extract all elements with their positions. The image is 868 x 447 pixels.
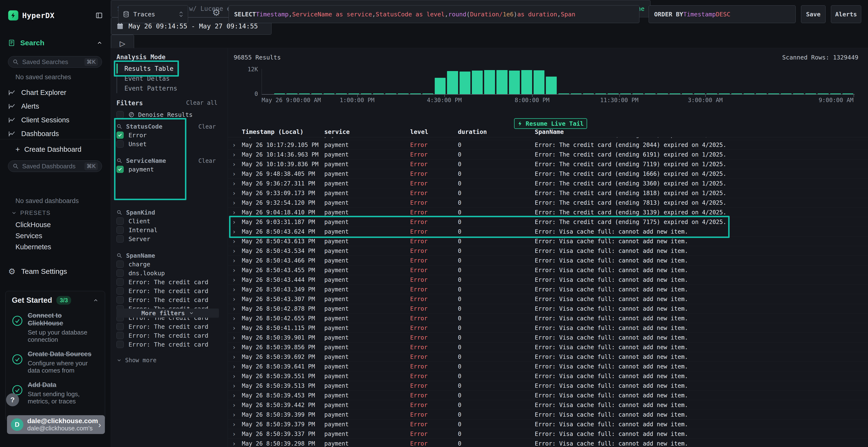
histogram-bar[interactable] (484, 70, 495, 94)
table-row[interactable]: › May 26 9:04:18.410 PM payment Error 0 … (228, 208, 868, 217)
filter-group-header[interactable]: SpanName (117, 251, 220, 260)
filter-option[interactable]: Internal (117, 226, 220, 234)
sidebar-item-search[interactable]: Search (0, 37, 111, 49)
column-header-duration[interactable]: duration (458, 128, 535, 135)
row-expand-chevron-icon[interactable]: › (228, 141, 242, 148)
histogram-bar[interactable] (657, 94, 668, 94)
histogram-bar[interactable] (286, 94, 297, 94)
saved-dashboards-input[interactable]: ⌘K (8, 161, 102, 172)
filter-option[interactable]: Client (117, 217, 220, 226)
presets-header[interactable]: PRESETS (0, 209, 111, 217)
preset-item[interactable]: ClickHouse (0, 219, 111, 230)
row-expand-chevron-icon[interactable]: › (228, 286, 242, 293)
show-more-button[interactable]: Show more (117, 357, 220, 364)
row-expand-chevron-icon[interactable]: › (228, 247, 242, 254)
analysis-mode-item[interactable]: Event Patterns (117, 83, 220, 93)
table-row[interactable]: › May 26 8:50:42.878 PM payment Error 0 … (228, 304, 868, 314)
get-started-item[interactable]: Add Data Start sending logs, metrics, or… (12, 381, 99, 405)
table-row[interactable]: › May 26 8:50:39.453 PM payment Error 0 … (228, 391, 868, 400)
row-expand-chevron-icon[interactable]: › (228, 276, 242, 283)
histogram-bar[interactable] (385, 94, 396, 94)
table-row[interactable]: › May 26 10:18:52.955 PM payment Error 0… (228, 137, 868, 140)
checkbox[interactable] (117, 332, 124, 339)
table-row[interactable]: › May 26 10:10:39.836 PM payment Error 0… (228, 160, 868, 169)
histogram-bar[interactable] (731, 94, 742, 94)
row-expand-chevron-icon[interactable]: › (228, 402, 242, 409)
table-row[interactable]: › May 26 8:50:39.551 PM payment Error 0 … (228, 371, 868, 381)
row-expand-chevron-icon[interactable]: › (228, 257, 242, 264)
checkbox[interactable] (117, 235, 124, 243)
histogram-bar[interactable] (571, 94, 582, 94)
table-row[interactable]: › May 26 8:50:39.337 PM payment Error 0 … (228, 429, 868, 439)
histogram-bar[interactable] (373, 94, 384, 94)
analysis-mode-item[interactable]: Results Table (117, 64, 179, 73)
checkbox[interactable] (117, 270, 124, 277)
row-expand-chevron-icon[interactable]: › (228, 218, 242, 226)
histogram-bar[interactable] (805, 94, 816, 94)
histogram-bar[interactable] (781, 94, 792, 94)
table-row[interactable]: › May 26 9:36:27.311 PM payment Error 0 … (228, 179, 868, 188)
table-row[interactable]: › May 26 8:50:43.455 PM payment Error 0 … (228, 265, 868, 275)
table-row[interactable]: › May 26 8:50:42.655 PM payment Error 0 … (228, 314, 868, 323)
more-filters-button[interactable]: More filters (117, 309, 219, 318)
histogram-bar[interactable] (595, 94, 606, 94)
filter-option[interactable]: payment (117, 165, 220, 174)
histogram-bar[interactable] (707, 94, 717, 94)
histogram-bar[interactable] (670, 94, 680, 94)
saved-searches-input[interactable]: ⌘K (8, 56, 102, 68)
checkbox[interactable] (117, 341, 124, 348)
histogram-bar[interactable] (645, 94, 656, 94)
preset-item[interactable]: Services (0, 230, 111, 241)
get-started-item[interactable]: Connect to ClickHouse Set up your databa… (12, 312, 99, 343)
checkbox[interactable] (117, 278, 124, 286)
table-row[interactable]: › May 26 8:50:43.613 PM payment Error 0 … (228, 237, 868, 246)
sidebar-nav-item[interactable]: Chart Explorer (0, 86, 111, 100)
histogram-bar[interactable] (472, 71, 483, 94)
row-expand-chevron-icon[interactable]: › (228, 440, 242, 447)
histogram-bar[interactable] (546, 77, 557, 94)
histogram-bar[interactable] (299, 94, 310, 94)
table-row[interactable]: › May 26 8:50:39.901 PM payment Error 0 … (228, 333, 868, 342)
checkbox[interactable] (117, 287, 124, 295)
table-row[interactable]: › May 26 8:50:43.444 PM payment Error 0 … (228, 275, 868, 285)
sidebar-nav-item[interactable]: Client Sessions (0, 113, 111, 127)
histogram-bar[interactable] (756, 94, 767, 94)
histogram-bar[interactable] (323, 94, 334, 94)
filter-option[interactable]: dns.lookup (117, 269, 220, 277)
histogram-bar[interactable] (336, 94, 347, 94)
row-expand-chevron-icon[interactable]: › (228, 137, 242, 139)
table-row[interactable]: › May 26 8:50:43.534 PM payment Error 0 … (228, 246, 868, 256)
table-row[interactable]: › May 26 9:48:38.405 PM payment Error 0 … (228, 169, 868, 179)
checkbox[interactable] (117, 217, 124, 225)
table-row[interactable]: › May 26 8:50:39.641 PM payment Error 0 … (228, 362, 868, 371)
checkbox[interactable] (117, 227, 124, 234)
row-expand-chevron-icon[interactable]: › (228, 296, 242, 303)
histogram-bar[interactable] (620, 94, 631, 94)
row-expand-chevron-icon[interactable]: › (228, 199, 242, 206)
resume-live-tail-button[interactable]: Resume Live Tail (514, 118, 587, 129)
row-expand-chevron-icon[interactable]: › (228, 238, 242, 245)
sidebar-collapse-icon[interactable] (95, 12, 103, 19)
row-expand-chevron-icon[interactable]: › (228, 353, 242, 360)
row-expand-chevron-icon[interactable]: › (228, 305, 242, 312)
row-expand-chevron-icon[interactable]: › (228, 373, 242, 380)
histogram-bar[interactable] (632, 94, 643, 94)
table-row[interactable]: › May 26 8:50:39.442 PM payment Error 0 … (228, 400, 868, 410)
row-expand-chevron-icon[interactable]: › (228, 334, 242, 341)
histogram-bar[interactable] (744, 94, 754, 94)
row-expand-chevron-icon[interactable]: › (228, 392, 242, 399)
clear-all-button[interactable]: Clear all (186, 100, 217, 106)
checkbox[interactable] (117, 296, 124, 304)
filter-group-header[interactable]: SpanKind (117, 208, 220, 216)
table-row[interactable]: › May 26 8:50:43.466 PM payment Error 0 … (228, 256, 868, 265)
row-expand-chevron-icon[interactable]: › (228, 315, 242, 322)
sidebar-nav-item[interactable]: Alerts (0, 100, 111, 113)
filter-option[interactable]: charge (117, 260, 220, 269)
table-row[interactable]: › May 26 8:50:43.349 PM payment Error 0 … (228, 285, 868, 294)
sql-select-editor[interactable]: SELECT Timestamp, ServiceName as service… (228, 5, 640, 23)
row-expand-chevron-icon[interactable]: › (228, 431, 242, 438)
row-expand-chevron-icon[interactable]: › (228, 151, 242, 158)
saved-dashboards-field[interactable] (22, 162, 84, 170)
histogram-bar[interactable] (682, 94, 693, 94)
table-row[interactable]: › May 26 8:50:39.856 PM payment Error 0 … (228, 342, 868, 352)
